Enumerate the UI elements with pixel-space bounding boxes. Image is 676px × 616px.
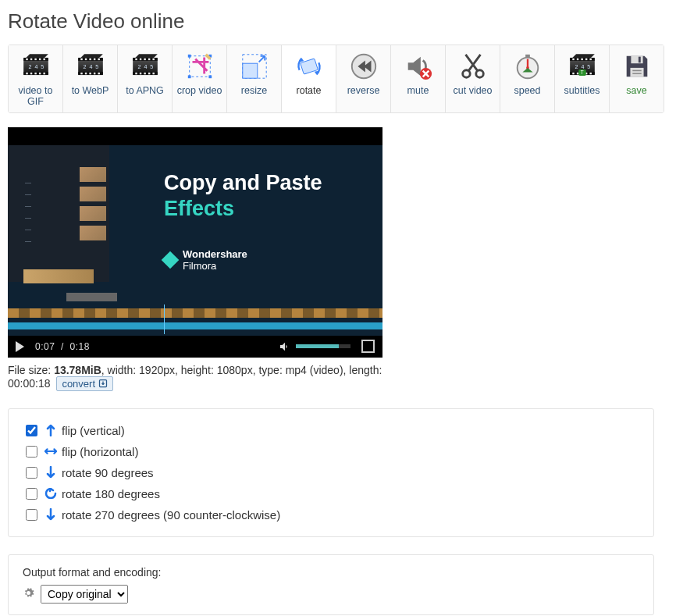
- rot270-icon: [44, 508, 57, 521]
- svg-rect-54: [242, 63, 257, 78]
- download-icon: [98, 379, 108, 388]
- svg-rect-26: [93, 73, 94, 74]
- svg-rect-20: [80, 73, 82, 74]
- svg-rect-38: [139, 73, 141, 74]
- speed-icon: [513, 52, 543, 81]
- video-preview[interactable]: —————— Copy and Paste Effects Wondershar…: [8, 127, 382, 358]
- svg-rect-66: [572, 59, 574, 60]
- svg-rect-70: [581, 59, 582, 60]
- tool-gif[interactable]: 245video to GIF: [9, 45, 63, 112]
- tool-crop[interactable]: crop video: [173, 45, 227, 112]
- svg-rect-6: [30, 73, 31, 74]
- svg-rect-19: [80, 59, 82, 60]
- tool-label: speed: [514, 86, 540, 97]
- svg-rect-62: [525, 55, 530, 58]
- svg-rect-10: [38, 73, 40, 74]
- svg-rect-52: [208, 75, 212, 78]
- svg-text:2: 2: [28, 64, 31, 70]
- svg-rect-3: [26, 59, 27, 60]
- svg-text:5: 5: [41, 64, 44, 70]
- output-heading: Output format and encoding:: [23, 566, 639, 579]
- tool-mute[interactable]: mute: [391, 45, 446, 112]
- gear-icon: [23, 587, 34, 601]
- tool-label: to WebP: [72, 86, 109, 97]
- tool-resize[interactable]: resize: [227, 45, 282, 112]
- volume-slider[interactable]: [296, 344, 350, 348]
- checkbox-rot180[interactable]: [26, 488, 37, 500]
- tool-label: cut video: [453, 86, 492, 97]
- tool-label: mute: [407, 86, 429, 97]
- svg-rect-4: [26, 73, 27, 74]
- convert-button[interactable]: convert: [56, 376, 113, 391]
- svg-text:5: 5: [95, 64, 98, 70]
- svg-rect-44: [152, 73, 154, 74]
- svg-rect-83: [630, 68, 643, 77]
- svg-rect-35: [135, 59, 137, 60]
- svg-rect-48: [189, 56, 210, 77]
- tool-cut[interactable]: cut video: [446, 45, 500, 112]
- rotate-options-panel: flip (vertical)flip (horizontal)rotate 9…: [8, 408, 654, 537]
- flipv-icon: [44, 424, 57, 436]
- output-format-select[interactable]: Copy original: [41, 585, 128, 604]
- file-info: File size: 13.78MiB, width: 1920px, heig…: [8, 364, 382, 391]
- tool-apng[interactable]: 245to APNG: [118, 45, 173, 112]
- resize-icon: [240, 52, 269, 81]
- option-rot90: rotate 90 degrees: [23, 462, 639, 483]
- reverse-icon: [349, 52, 379, 81]
- svg-text:5: 5: [150, 64, 153, 70]
- svg-rect-8: [34, 73, 36, 74]
- toolbar: 245video to GIF245to WebP245to APNGcrop …: [8, 45, 664, 113]
- svg-rect-72: [585, 59, 586, 60]
- svg-rect-69: [576, 73, 578, 74]
- fullscreen-icon[interactable]: [361, 340, 375, 353]
- tool-rotate[interactable]: rotate: [282, 45, 336, 112]
- svg-rect-42: [148, 73, 149, 74]
- tool-webp[interactable]: 245to WebP: [63, 45, 118, 112]
- play-icon[interactable]: [16, 341, 24, 352]
- svg-point-59: [475, 70, 483, 78]
- brand-text: Wondershare Filmora: [164, 248, 247, 272]
- svg-rect-11: [43, 59, 44, 60]
- svg-rect-24: [89, 73, 91, 74]
- svg-rect-5: [30, 59, 31, 60]
- option-label: flip (horizontal): [62, 445, 138, 458]
- svg-text:4: 4: [34, 64, 37, 70]
- tool-label: subtitles: [564, 86, 600, 97]
- checkbox-flipv[interactable]: [26, 425, 37, 436]
- option-label: rotate 90 degrees: [62, 466, 154, 479]
- option-flipv: flip (vertical): [23, 420, 639, 441]
- option-rot270: rotate 270 degrees (90 counter-clockwise…: [23, 504, 639, 525]
- svg-rect-25: [93, 59, 94, 60]
- checkbox-fliph[interactable]: [26, 446, 37, 458]
- svg-rect-12: [43, 73, 44, 74]
- svg-rect-22: [84, 73, 86, 74]
- svg-rect-84: [632, 70, 641, 71]
- tool-label: save: [626, 86, 646, 97]
- webp-icon: 245: [76, 52, 105, 81]
- option-rot180: rotate 180 degrees: [23, 483, 639, 504]
- svg-rect-21: [84, 59, 86, 60]
- output-panel: Output format and encoding: Copy origina…: [8, 554, 654, 615]
- svg-rect-82: [638, 57, 640, 63]
- option-fliph: flip (horizontal): [23, 441, 639, 462]
- svg-rect-9: [38, 59, 40, 60]
- brand-icon: [162, 251, 180, 269]
- checkbox-rot270[interactable]: [26, 509, 37, 521]
- tool-reverse[interactable]: reverse: [336, 45, 391, 112]
- volume-icon[interactable]: [279, 340, 291, 353]
- svg-rect-85: [632, 73, 641, 74]
- svg-rect-27: [98, 59, 99, 60]
- checkbox-rot90[interactable]: [26, 467, 37, 479]
- tool-label: reverse: [347, 86, 380, 97]
- time-display: 0:07 / 0:18: [35, 341, 90, 352]
- tool-speed[interactable]: speed: [500, 45, 555, 112]
- tool-label: video to GIF: [19, 86, 53, 108]
- rotate-icon: [294, 52, 324, 81]
- svg-rect-81: [631, 56, 642, 64]
- svg-rect-67: [572, 73, 574, 74]
- rot180-icon: [44, 487, 57, 500]
- tool-save[interactable]: save: [610, 45, 664, 112]
- svg-rect-75: [589, 73, 591, 74]
- tool-subtitles[interactable]: 245Tsubtitles: [555, 45, 610, 112]
- option-label: rotate 270 degrees (90 counter-clockwise…: [62, 508, 280, 522]
